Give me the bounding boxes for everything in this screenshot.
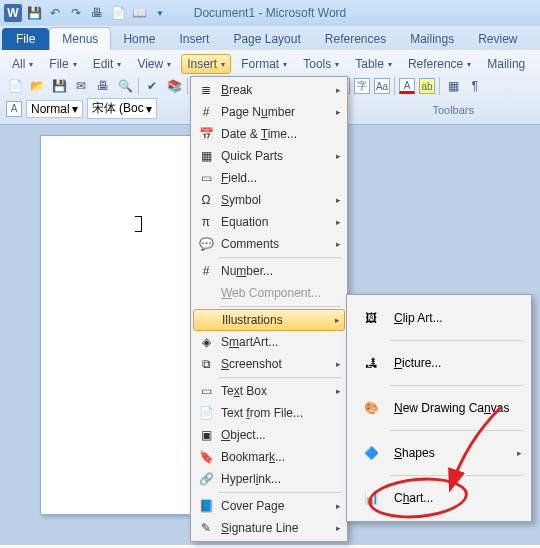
text-cursor	[141, 216, 142, 232]
tab-mailings[interactable]: Mailings	[398, 28, 466, 50]
cover-page-icon: 📘	[197, 497, 215, 515]
style-selector[interactable]: Normal▾	[26, 100, 83, 118]
menu-view[interactable]: View▾	[131, 54, 177, 74]
menu-file[interactable]: File▾	[43, 54, 82, 74]
separator	[219, 492, 341, 493]
qat-button[interactable]: 📖	[130, 4, 148, 22]
menu-mailing[interactable]: Mailing	[481, 54, 531, 74]
submenu-shapes[interactable]: 🔷 Shapes ▸	[350, 433, 528, 473]
menu-edit[interactable]: Edit▾	[87, 54, 128, 74]
submenu-drawing-canvas[interactable]: 🎨 New Drawing Canvas	[350, 388, 528, 428]
number-icon: #	[197, 262, 215, 280]
separator	[138, 77, 139, 95]
research-icon[interactable]: 📚	[165, 77, 183, 95]
new-icon[interactable]: 📄	[6, 77, 24, 95]
text-file-icon: 📄	[197, 404, 215, 422]
separator	[219, 377, 341, 378]
menu-number[interactable]: #Number...	[193, 260, 345, 282]
canvas-icon: 🎨	[356, 393, 386, 423]
tab-page-layout[interactable]: Page Layout	[221, 28, 312, 50]
picture-icon: 🏞	[356, 348, 386, 378]
symbol-icon: Ω	[197, 191, 215, 209]
menu-text-box[interactable]: ▭Text Box▸	[193, 380, 345, 402]
menu-quick-parts[interactable]: ▦Quick Parts▸	[193, 145, 345, 167]
toolbar-icon[interactable]: ▦	[444, 77, 462, 95]
tab-menus[interactable]: Menus	[49, 27, 111, 50]
separator	[390, 475, 524, 476]
clipart-icon: 🖼	[356, 303, 386, 333]
quick-access-toolbar: W 💾 ↶ ↷ 🖶 📄 📖 ▼	[4, 4, 169, 22]
menu-text-from-file[interactable]: 📄Text from File...	[193, 402, 345, 424]
tab-home[interactable]: Home	[111, 28, 167, 50]
mail-icon[interactable]: ✉	[72, 77, 90, 95]
textbox-icon: ▭	[197, 382, 215, 400]
qat-button[interactable]: 📄	[109, 4, 127, 22]
separator	[390, 385, 524, 386]
menu-cover-page[interactable]: 📘Cover Page▸	[193, 495, 345, 517]
menu-date-time[interactable]: 📅Date & Time...	[193, 123, 345, 145]
field-icon: ▭	[197, 169, 215, 187]
menu-reference[interactable]: Reference▾	[402, 54, 477, 74]
separator	[439, 77, 440, 95]
menu-hyperlink[interactable]: 🔗Hyperlink...	[193, 468, 345, 490]
tab-insert[interactable]: Insert	[167, 28, 221, 50]
menu-smartart[interactable]: ◈SmartArt...	[193, 331, 345, 353]
menu-screenshot[interactable]: ⧉Screenshot▸	[193, 353, 345, 375]
comments-icon: 💬	[197, 235, 215, 253]
styles-icon[interactable]: A	[6, 101, 22, 117]
submenu-chart[interactable]: 📊 Chart...	[350, 478, 528, 518]
menu-table[interactable]: Table▾	[349, 54, 398, 74]
ribbon-tabs: File Menus Home Insert Page Layout Refer…	[0, 26, 540, 50]
break-icon: ≣	[197, 81, 215, 99]
font-selector[interactable]: 宋体 (Boc▾	[87, 98, 157, 119]
tab-file[interactable]: File	[2, 28, 49, 50]
font-color-icon[interactable]: A	[399, 78, 415, 94]
save-icon[interactable]: 💾	[25, 4, 43, 22]
separator	[390, 430, 524, 431]
highlight-icon[interactable]: ab	[419, 78, 435, 94]
menu-all[interactable]: All▾	[6, 54, 39, 74]
object-icon: ▣	[197, 426, 215, 444]
open-icon[interactable]: 📂	[28, 77, 46, 95]
menu-comments[interactable]: 💬Comments▸	[193, 233, 345, 255]
word-icon: W	[4, 4, 22, 22]
equation-icon: π	[197, 213, 215, 231]
menu-illustrations[interactable]: Illustrations▸	[193, 309, 345, 331]
menu-insert[interactable]: Insert▾	[181, 54, 231, 74]
char-shading-icon[interactable]: 字	[354, 78, 370, 94]
web-icon	[197, 284, 215, 302]
preview-icon[interactable]: 🔍	[116, 77, 134, 95]
menu-object[interactable]: ▣Object...	[193, 424, 345, 446]
spell-icon[interactable]: ✔	[143, 77, 161, 95]
menu-bookmark[interactable]: 🔖Bookmark...	[193, 446, 345, 468]
title-bar: W 💾 ↶ ↷ 🖶 📄 📖 ▼ Document1 - Microsoft Wo…	[0, 0, 540, 26]
font-case-icon[interactable]: Aa	[374, 78, 390, 94]
submenu-clip-art[interactable]: 🖼 Clip Art...	[350, 298, 528, 338]
shapes-icon: 🔷	[356, 438, 386, 468]
menu-break[interactable]: ≣Break▸	[193, 79, 345, 101]
redo-icon[interactable]: ↷	[67, 4, 85, 22]
menu-format[interactable]: Format▾	[235, 54, 293, 74]
tab-review[interactable]: Review	[466, 28, 529, 50]
chart-icon: 📊	[356, 483, 386, 513]
menu-signature-line[interactable]: ✎Signature Line▸	[193, 517, 345, 539]
signature-icon: ✎	[197, 519, 215, 537]
qat-dropdown-icon[interactable]: ▼	[151, 4, 169, 22]
insert-dropdown-menu: ≣Break▸ #Page Number▸ 📅Date & Time... ▦Q…	[190, 76, 348, 542]
menu-field[interactable]: ▭Field...	[193, 167, 345, 189]
toolbar-icon[interactable]: ¶	[466, 77, 484, 95]
qat-button[interactable]: 🖶	[88, 4, 106, 22]
illustrations-icon	[198, 311, 216, 329]
menu-tools[interactable]: Tools▾	[297, 54, 345, 74]
menu-web-component: Web Component...	[193, 282, 345, 304]
menu-page-number[interactable]: #Page Number▸	[193, 101, 345, 123]
menu-equation[interactable]: πEquation▸	[193, 211, 345, 233]
page-number-icon: #	[197, 103, 215, 121]
print-icon[interactable]: 🖶	[94, 77, 112, 95]
save-icon[interactable]: 💾	[50, 77, 68, 95]
separator	[390, 340, 524, 341]
menu-symbol[interactable]: ΩSymbol▸	[193, 189, 345, 211]
undo-icon[interactable]: ↶	[46, 4, 64, 22]
tab-references[interactable]: References	[313, 28, 398, 50]
submenu-picture[interactable]: 🏞 Picture...	[350, 343, 528, 383]
